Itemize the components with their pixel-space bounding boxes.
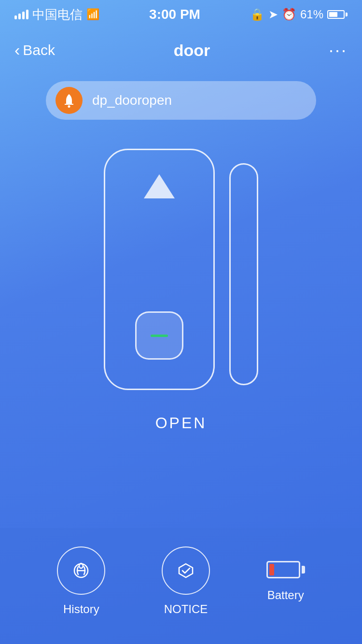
- notice-nav-item[interactable]: NOTICE: [162, 546, 210, 616]
- bottom-nav: History NOTICE Battery: [0, 528, 362, 644]
- device-indicator: [151, 335, 168, 337]
- battery-label: Battery: [267, 588, 304, 602]
- status-left: 中国电信 📶: [14, 6, 99, 23]
- status-right: 🔒 ➤ ⏰ 61%: [250, 8, 348, 21]
- notice-label: NOTICE: [164, 602, 208, 616]
- device-triangle-icon: [144, 174, 175, 198]
- notification-text: dp_dooropen: [92, 93, 172, 108]
- back-label: Back: [23, 42, 55, 58]
- battery-percent: 61%: [300, 8, 323, 21]
- door-status: OPEN: [0, 414, 362, 432]
- history-label: History: [63, 602, 99, 616]
- battery-status-icon: [266, 560, 305, 579]
- notification-banner: dp_dooropen: [46, 81, 316, 120]
- carrier-label: 中国电信: [32, 6, 83, 23]
- wifi-icon: 📶: [86, 8, 99, 21]
- alarm-icon: ⏰: [282, 8, 296, 21]
- nav-bar: ‹ Back door ···: [0, 29, 362, 71]
- device-button: [135, 311, 183, 360]
- signal-icon: [14, 10, 28, 19]
- back-button[interactable]: ‹ Back: [14, 42, 55, 59]
- history-nav-item[interactable]: History: [57, 546, 105, 616]
- notice-icon-circle: [162, 546, 210, 595]
- device-side-unit: [229, 163, 258, 385]
- device-illustration: [0, 149, 362, 390]
- notification-bell-icon: [56, 87, 83, 114]
- status-time: 3:00 PM: [149, 7, 200, 22]
- device-main-unit: [104, 149, 215, 390]
- status-bar: 中国电信 📶 3:00 PM 🔒 ➤ ⏰ 61%: [0, 0, 362, 29]
- svg-point-0: [68, 105, 70, 108]
- page-title: door: [174, 41, 210, 60]
- lock-icon: 🔒: [250, 8, 265, 21]
- history-icon-circle: [57, 546, 105, 595]
- more-button[interactable]: ···: [329, 40, 348, 60]
- battery-nav-item[interactable]: Battery: [266, 560, 305, 602]
- back-chevron-icon: ‹: [14, 41, 20, 59]
- location-icon: ➤: [268, 8, 278, 21]
- battery-icon: [327, 10, 348, 19]
